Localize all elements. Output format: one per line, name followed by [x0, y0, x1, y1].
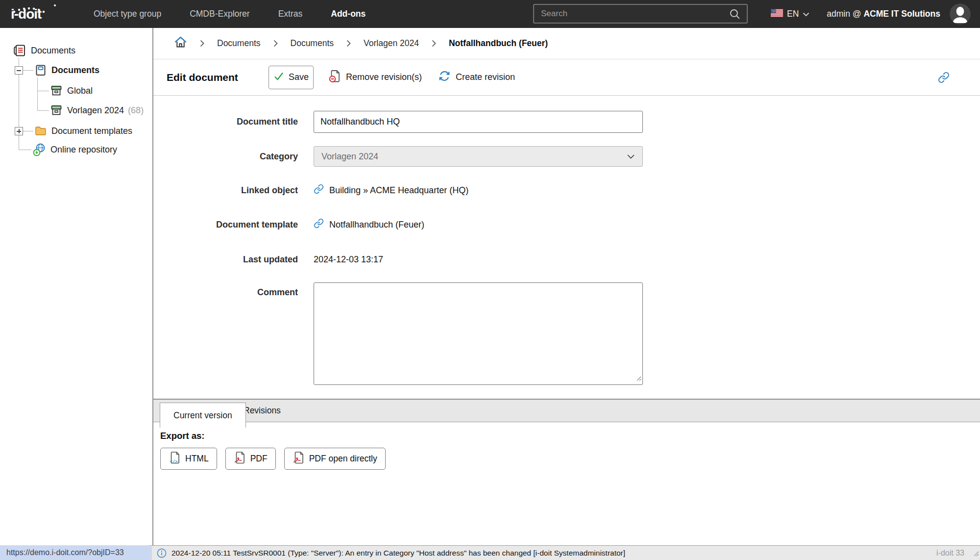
archive-box-green-icon: [50, 84, 63, 97]
tree-item-global[interactable]: Global: [0, 83, 93, 98]
tree-item-count: (68): [128, 105, 144, 116]
tree-item-label: Online repository: [50, 145, 117, 155]
tree-item-documents-root[interactable]: Documents: [0, 43, 75, 58]
export-heading: Export as:: [160, 431, 980, 441]
nav-object-type-group[interactable]: Object type group: [79, 9, 175, 19]
tree-item-vorlagen-2024[interactable]: Vorlagen 2024 (68): [0, 103, 144, 118]
pdf-file-icon: [293, 451, 305, 467]
tree-item-label: Document templates: [51, 126, 132, 136]
chevron-down-icon: [627, 152, 635, 162]
export-pdf-label: PDF: [250, 454, 268, 464]
version-tabs: Current version Revisions: [153, 399, 980, 422]
breadcrumb: Documents Documents Vorlagen 2024 Notfal…: [153, 28, 980, 59]
remove-revisions-button[interactable]: Remove revision(s): [329, 70, 422, 85]
tree-item-label: Global: [67, 86, 93, 96]
search-input[interactable]: [534, 9, 729, 19]
breadcrumb-current: Notfallhandbuch (Feuer): [449, 38, 548, 49]
document-title-label: Document title: [153, 117, 298, 127]
create-revision-label: Create revision: [456, 72, 515, 82]
breadcrumb-vorlagen-2024[interactable]: Vorlagen 2024: [364, 38, 419, 49]
home-icon[interactable]: [174, 36, 187, 51]
chevron-right-icon: [346, 40, 351, 47]
check-icon: [273, 71, 284, 83]
permalink-icon[interactable]: [938, 72, 950, 83]
comment-textarea[interactable]: [314, 282, 643, 385]
window-resize-grip-icon[interactable]: [972, 550, 979, 557]
page-title: Edit document: [167, 72, 249, 83]
chevron-down-icon: [803, 9, 809, 19]
document-minus-icon: [329, 70, 341, 85]
svg-text:</>: </>: [170, 458, 178, 463]
category-value: Vorlagen 2024: [321, 152, 378, 162]
document-title-input[interactable]: [314, 111, 643, 133]
pdf-file-icon: [234, 451, 246, 467]
person-icon: [950, 3, 971, 25]
comment-label: Comment: [153, 282, 298, 298]
export-html-label: HTML: [185, 454, 209, 464]
html-file-icon: </>: [169, 451, 181, 467]
nav-extras[interactable]: Extras: [264, 9, 317, 19]
link-icon: [314, 184, 324, 197]
document-template-text[interactable]: Notfallhandbuch (Feuer): [329, 220, 424, 230]
search-icon[interactable]: [729, 8, 741, 20]
nav-add-ons[interactable]: Add-ons: [317, 9, 380, 19]
export-html-button[interactable]: </> HTML: [160, 448, 217, 470]
remove-revisions-label: Remove revision(s): [346, 72, 422, 82]
chevron-right-icon: [273, 40, 278, 47]
document-template-label: Document template: [153, 220, 298, 230]
refresh-icon: [438, 70, 451, 85]
globe-download-icon: [32, 143, 46, 156]
tree-item-label: Documents: [51, 65, 99, 76]
chevron-right-icon: [432, 40, 436, 47]
url-status-tooltip: https://demo.i-doit.com/?objID=33: [0, 545, 152, 560]
user-company: ACME IT Solutions: [863, 9, 940, 19]
collapse-expander[interactable]: [15, 66, 23, 75]
global-search: [533, 4, 748, 24]
user-info[interactable]: admin @ ACME IT Solutions: [827, 0, 940, 28]
sidebar-tree: Documents Documents Global: [0, 28, 153, 545]
export-buttons: </> HTML PDF: [160, 448, 980, 470]
category-label: Category: [153, 152, 298, 162]
tree-item-online-repository[interactable]: Online repository: [0, 142, 117, 157]
status-message[interactable]: 2024-12-20 05:11 TestSrvSR0001 (Type: "S…: [172, 549, 625, 558]
user-prefix: admin @: [827, 9, 863, 19]
export-pdf-open-button[interactable]: PDF open directly: [284, 448, 386, 470]
document-form: Document title Category Vorlagen 2024: [153, 96, 980, 385]
linked-object-value: Building » ACME Headquarter (HQ): [314, 184, 468, 197]
chevron-right-icon: [200, 40, 204, 47]
folder-icon: [34, 125, 47, 137]
tree-item-label: Documents: [31, 46, 75, 56]
app-version: i-doit 33: [936, 549, 964, 558]
document-template-value: Notfallhandbuch (Feuer): [314, 218, 424, 231]
us-flag-icon: [771, 9, 783, 20]
linked-object-text[interactable]: Building » ACME Headquarter (HQ): [329, 185, 468, 196]
tree-item-label: Vorlagen 2024: [67, 105, 124, 116]
user-avatar[interactable]: [950, 3, 971, 25]
category-select[interactable]: Vorlagen 2024: [314, 146, 643, 167]
documents-book-icon: [13, 44, 26, 57]
linked-object-label: Linked object: [153, 185, 298, 196]
top-navigation: Object type group CMDB-Explorer Extras A…: [79, 9, 380, 19]
app-logo[interactable]: i-doit: [11, 7, 60, 21]
tab-current-version[interactable]: Current version: [160, 403, 246, 428]
expand-expander[interactable]: [15, 127, 23, 135]
edit-toolbar: Edit document Save Remove revision(s): [153, 59, 980, 96]
language-selector[interactable]: EN: [771, 0, 809, 28]
archive-box-blue-icon: [34, 64, 47, 76]
breadcrumb-documents-2[interactable]: Documents: [291, 38, 334, 49]
logo-dots-icon: [12, 2, 50, 16]
archive-box-green-icon: [50, 104, 63, 117]
breadcrumb-documents-1[interactable]: Documents: [217, 38, 261, 49]
link-icon: [314, 218, 324, 231]
last-updated-value: 2024-12-03 13:17: [314, 255, 383, 265]
export-pdf-button[interactable]: PDF: [225, 448, 276, 470]
last-updated-label: Last updated: [153, 255, 298, 265]
save-label: Save: [289, 72, 309, 82]
nav-cmdb-explorer[interactable]: CMDB-Explorer: [175, 9, 264, 19]
info-icon: [157, 548, 167, 558]
export-pdf-open-label: PDF open directly: [309, 454, 377, 464]
create-revision-button[interactable]: Create revision: [438, 70, 515, 85]
topbar: i-doit Object type group CMDB-Explorer E…: [0, 0, 980, 28]
language-code: EN: [787, 9, 799, 19]
save-button[interactable]: Save: [269, 66, 314, 89]
